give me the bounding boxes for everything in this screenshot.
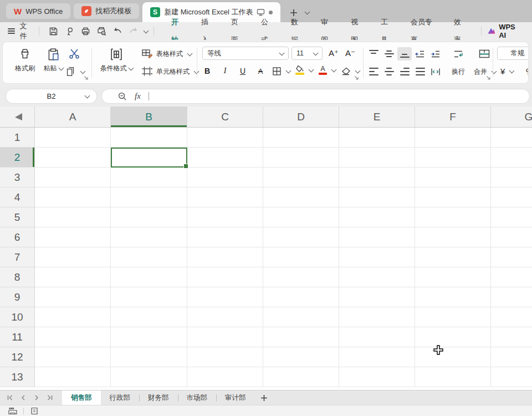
row-header-12[interactable]: 12: [0, 347, 34, 367]
cell-G3[interactable]: [491, 168, 532, 187]
cell-B3[interactable]: [111, 168, 187, 187]
cell-F9[interactable]: [415, 287, 491, 307]
cell-B9[interactable]: [111, 287, 187, 307]
cell-B13[interactable]: [111, 367, 187, 387]
cell-D7[interactable]: [263, 247, 339, 267]
name-box[interactable]: B2: [6, 89, 97, 104]
cell-D1[interactable]: [263, 128, 339, 148]
currency-format-button[interactable]: ¥: [500, 64, 514, 78]
cell-D8[interactable]: [263, 267, 339, 287]
alignment-dialog-launcher-icon[interactable]: [486, 75, 491, 80]
row-header-11[interactable]: 11: [0, 327, 34, 347]
column-header-A[interactable]: A: [35, 106, 111, 127]
row-header-2[interactable]: 2: [0, 148, 34, 168]
cell-C13[interactable]: [187, 367, 263, 387]
cell-A6[interactable]: [35, 227, 111, 247]
cell-D9[interactable]: [263, 287, 339, 307]
cell-C11[interactable]: [187, 327, 263, 347]
borders-button[interactable]: [272, 64, 290, 78]
column-header-G[interactable]: G: [491, 106, 532, 127]
row-header-3[interactable]: 3: [0, 168, 34, 187]
font-color-button[interactable]: A: [319, 63, 336, 77]
cell-C5[interactable]: [187, 207, 263, 227]
column-header-D[interactable]: D: [263, 106, 339, 127]
row-header-13[interactable]: 13: [0, 367, 34, 387]
align-left-button[interactable]: [366, 65, 381, 78]
cell-E3[interactable]: [339, 168, 415, 187]
cell-B10[interactable]: [111, 307, 187, 327]
cell-E10[interactable]: [339, 307, 415, 327]
cell-F6[interactable]: [415, 227, 491, 247]
wrap-text-button[interactable]: [447, 47, 469, 60]
cell-C6[interactable]: [187, 227, 263, 247]
cell-C10[interactable]: [187, 307, 263, 327]
cell-C1[interactable]: [187, 128, 263, 148]
cell-A1[interactable]: [35, 128, 111, 148]
copy-button[interactable]: [65, 65, 85, 78]
hamburger-menu-icon[interactable]: [8, 28, 15, 34]
sheet-tab-审计部[interactable]: 审计部: [216, 390, 255, 405]
cell-style-button[interactable]: 单元格样式: [141, 65, 198, 78]
cell-D4[interactable]: [263, 187, 339, 207]
cell-B12[interactable]: [111, 347, 187, 367]
column-header-E[interactable]: E: [339, 106, 415, 127]
cell-B2[interactable]: [111, 148, 187, 168]
cell-F3[interactable]: [415, 168, 491, 187]
formula-input[interactable]: fx: [101, 89, 530, 104]
row-header-5[interactable]: 5: [0, 207, 34, 227]
cell-A4[interactable]: [35, 187, 111, 207]
row-header-6[interactable]: 6: [0, 227, 34, 247]
sheet-tab-市场部[interactable]: 市场部: [178, 390, 217, 405]
cell-G11[interactable]: [491, 327, 532, 347]
sheet-tab-行政部[interactable]: 行政部: [101, 390, 140, 405]
percent-format-button[interactable]: %: [526, 64, 529, 78]
cell-G4[interactable]: [491, 187, 532, 207]
cell-E8[interactable]: [339, 267, 415, 287]
cell-A10[interactable]: [35, 307, 111, 327]
cell-F10[interactable]: [415, 307, 491, 327]
cell-F13[interactable]: [415, 367, 491, 387]
row-header-10[interactable]: 10: [0, 307, 34, 327]
align-center-button[interactable]: [382, 65, 396, 78]
cell-F2[interactable]: [415, 148, 491, 168]
cell-E13[interactable]: [339, 367, 415, 387]
fill-color-button[interactable]: [295, 63, 313, 77]
cell-D3[interactable]: [263, 168, 339, 187]
wrap-text-label-area[interactable]: 换行: [447, 65, 469, 78]
clipboard-dialog-launcher-icon[interactable]: [84, 75, 89, 80]
cell-C9[interactable]: [187, 287, 263, 307]
conditional-format-button[interactable]: 条件格式: [98, 47, 135, 73]
cell-B11[interactable]: [111, 327, 187, 347]
cell-A12[interactable]: [35, 347, 111, 367]
cell-G6[interactable]: [491, 227, 532, 247]
merge-cells-label-area[interactable]: 合并: [473, 65, 497, 78]
cell-E7[interactable]: [339, 247, 415, 267]
column-header-C[interactable]: C: [187, 106, 263, 127]
increase-font-button[interactable]: A⁺: [326, 47, 341, 60]
cell-C12[interactable]: [187, 347, 263, 367]
cell-E4[interactable]: [339, 187, 415, 207]
cell-F1[interactable]: [415, 128, 491, 148]
cell-F4[interactable]: [415, 187, 491, 207]
cell-A5[interactable]: [35, 207, 111, 227]
save-button[interactable]: [47, 24, 59, 38]
cell-G13[interactable]: [491, 367, 532, 387]
format-painter-button[interactable]: 格式刷: [11, 47, 39, 73]
cell-E1[interactable]: [339, 128, 415, 148]
row-header-8[interactable]: 8: [0, 267, 34, 287]
sheet-tab-销售部[interactable]: 销售部: [62, 390, 101, 405]
window-tab-docer-templates[interactable]: 找稻壳模板: [74, 3, 139, 19]
macro-record-icon[interactable]: [8, 407, 18, 415]
cell-G10[interactable]: [491, 307, 532, 327]
quick-access-chevron-icon[interactable]: [144, 28, 149, 33]
file-menu[interactable]: 文件: [19, 21, 33, 41]
last-sheet-button[interactable]: [47, 394, 53, 401]
row-header-9[interactable]: 9: [0, 287, 34, 307]
first-sheet-button[interactable]: [7, 394, 13, 401]
cell-F5[interactable]: [415, 207, 491, 227]
undo-button[interactable]: [111, 24, 124, 38]
cell-A11[interactable]: [35, 327, 111, 347]
cell-E6[interactable]: [339, 227, 415, 247]
align-right-button[interactable]: [397, 65, 412, 78]
cell-C7[interactable]: [187, 247, 263, 267]
